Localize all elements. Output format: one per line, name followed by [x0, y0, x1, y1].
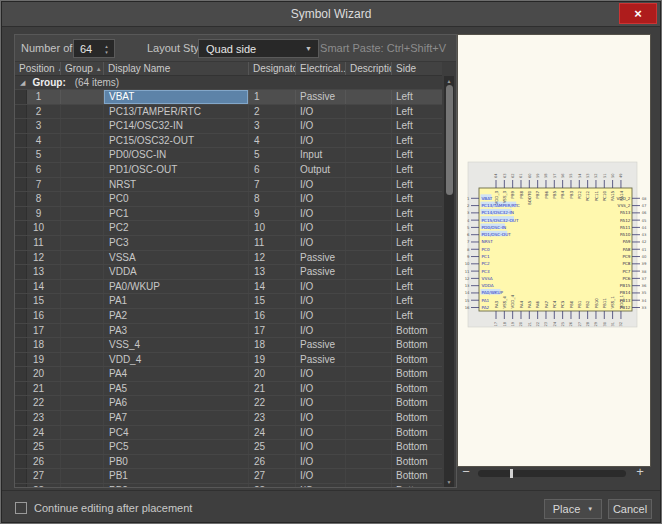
cell-display-name[interactable]: PA4 [104, 367, 249, 381]
cell-group[interactable] [61, 178, 104, 192]
cell-display-name[interactable]: PD0/OSC-IN [104, 148, 249, 162]
table-row[interactable]: 22PA622I/OBottom [15, 396, 442, 411]
cell-side[interactable]: Left [392, 90, 442, 104]
cell-side[interactable]: Left [392, 265, 442, 279]
cell-designator[interactable]: 25 [249, 440, 296, 454]
cell-display-name[interactable]: PD1/OSC-OUT [104, 163, 249, 177]
cell-side[interactable]: Bottom [392, 455, 442, 469]
cell-description[interactable] [346, 367, 392, 381]
row-gutter[interactable] [15, 178, 27, 192]
cell-position[interactable]: 8 [27, 192, 61, 206]
cell-group[interactable] [61, 484, 104, 487]
titlebar[interactable]: Symbol Wizard × [2, 2, 660, 27]
cell-display-name[interactable]: VBAT [104, 90, 249, 104]
cell-display-name[interactable]: PB1 [104, 469, 249, 483]
cell-designator[interactable]: 5 [249, 148, 296, 162]
cell-description[interactable] [346, 134, 392, 148]
cell-designator[interactable]: 8 [249, 192, 296, 206]
cell-designator[interactable]: 11 [249, 236, 296, 250]
row-gutter[interactable] [15, 148, 27, 162]
table-row[interactable]: 13VDDA13PassiveLeft [15, 265, 442, 280]
cell-electrical-type[interactable]: Passive [296, 265, 346, 279]
group-expand-icon[interactable]: ◢ [20, 79, 25, 87]
cell-display-name[interactable]: NRST [104, 178, 249, 192]
table-row[interactable]: 16PA216I/OLeft [15, 309, 442, 324]
cell-designator[interactable]: 12 [249, 251, 296, 265]
layout-style-dropdown[interactable]: Quad side ▼ [198, 39, 319, 58]
cell-position[interactable]: 3 [27, 119, 61, 133]
cancel-button[interactable]: Cancel [608, 499, 652, 519]
table-row[interactable]: 8PC08I/OLeft [15, 192, 442, 207]
spinner-down-icon[interactable]: ▾ [105, 49, 108, 55]
cell-position[interactable]: 9 [27, 207, 61, 221]
cell-position[interactable]: 13 [27, 265, 61, 279]
cell-position[interactable]: 2 [27, 105, 61, 119]
cell-side[interactable]: Left [392, 280, 442, 294]
cell-description[interactable] [346, 309, 392, 323]
row-gutter[interactable] [15, 396, 27, 410]
cell-electrical-type[interactable]: I/O [296, 367, 346, 381]
cell-side[interactable]: Bottom [392, 469, 442, 483]
cell-position[interactable]: 17 [27, 324, 61, 338]
cell-side[interactable]: Left [392, 221, 442, 235]
cell-side[interactable]: Left [392, 119, 442, 133]
table-row[interactable]: 21PA521I/OBottom [15, 382, 442, 397]
cell-electrical-type[interactable]: I/O [296, 469, 346, 483]
cell-group[interactable] [61, 367, 104, 381]
zoom-out-button[interactable]: − [459, 465, 473, 479]
row-gutter[interactable] [15, 105, 27, 119]
cell-designator[interactable]: 1 [249, 90, 296, 104]
cell-designator[interactable]: 6 [249, 163, 296, 177]
cell-group[interactable] [61, 280, 104, 294]
cell-group[interactable] [61, 119, 104, 133]
row-gutter[interactable] [15, 134, 27, 148]
row-gutter[interactable] [15, 251, 27, 265]
cell-electrical-type[interactable]: I/O [296, 484, 346, 487]
cell-display-name[interactable]: PC3 [104, 236, 249, 250]
cell-position[interactable]: 25 [27, 440, 61, 454]
table-row[interactable]: 28PB228I/OBottom [15, 484, 442, 487]
column-header-side[interactable]: Side [392, 62, 444, 75]
cell-side[interactable]: Bottom [392, 426, 442, 440]
cell-position[interactable]: 11 [27, 236, 61, 250]
zoom-slider-handle[interactable] [510, 469, 513, 478]
cell-side[interactable]: Bottom [392, 484, 442, 487]
cell-electrical-type[interactable]: I/O [296, 192, 346, 206]
cell-electrical-type[interactable]: I/O [296, 396, 346, 410]
cell-description[interactable] [346, 440, 392, 454]
row-gutter[interactable] [15, 192, 27, 206]
table-row[interactable]: 11PC311I/OLeft [15, 236, 442, 251]
cell-designator[interactable]: 2 [249, 105, 296, 119]
cell-display-name[interactable]: VDDA [104, 265, 249, 279]
cell-side[interactable]: Left [392, 192, 442, 206]
cell-designator[interactable]: 17 [249, 324, 296, 338]
cell-description[interactable] [346, 469, 392, 483]
cell-position[interactable]: 15 [27, 294, 61, 308]
cell-display-name[interactable]: PA1 [104, 294, 249, 308]
row-gutter[interactable] [15, 338, 27, 352]
cell-position[interactable]: 1 [27, 90, 61, 104]
cell-position[interactable]: 21 [27, 382, 61, 396]
cell-side[interactable]: Bottom [392, 324, 442, 338]
cell-side[interactable]: Left [392, 309, 442, 323]
cell-designator[interactable]: 22 [249, 396, 296, 410]
cell-position[interactable]: 4 [27, 134, 61, 148]
cell-display-name[interactable]: PC5 [104, 440, 249, 454]
row-gutter[interactable] [15, 411, 27, 425]
cell-group[interactable] [61, 309, 104, 323]
table-row[interactable]: 2PC13/TAMPER/RTC2I/OLeft [15, 105, 442, 120]
cell-group[interactable] [61, 440, 104, 454]
cell-description[interactable] [346, 338, 392, 352]
cell-group[interactable] [61, 148, 104, 162]
cell-group[interactable] [61, 251, 104, 265]
table-row[interactable]: 3PC14/OSC32-IN3I/OLeft [15, 119, 442, 134]
table-row[interactable]: 20PA420I/OBottom [15, 367, 442, 382]
group-row[interactable]: ◢ Group: (64 items) [15, 76, 442, 90]
cell-group[interactable] [61, 192, 104, 206]
cell-group[interactable] [61, 163, 104, 177]
row-gutter[interactable] [15, 353, 27, 367]
cell-electrical-type[interactable]: Passive [296, 90, 346, 104]
cell-electrical-type[interactable]: I/O [296, 207, 346, 221]
cell-display-name[interactable]: PC2 [104, 221, 249, 235]
table-row[interactable]: 27PB127I/OBottom [15, 469, 442, 484]
